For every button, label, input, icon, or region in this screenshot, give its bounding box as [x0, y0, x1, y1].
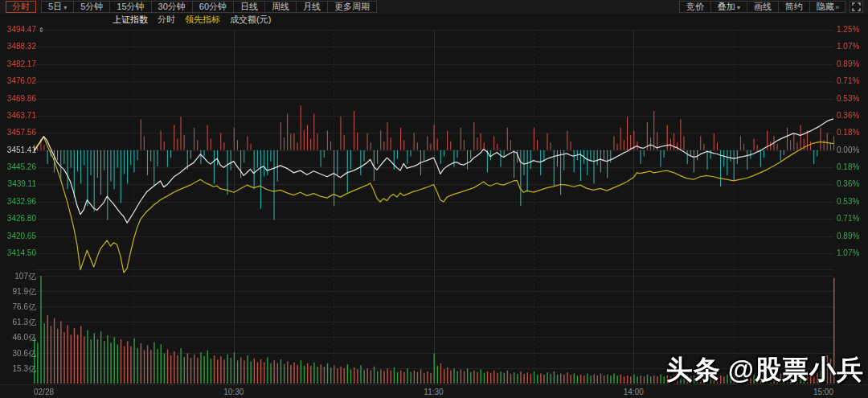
percent-axis-label: 0.71% — [837, 215, 867, 223]
time-label: 10:30 — [223, 388, 244, 396]
stock-chart-app: 分时 5日▾5分钟15分钟30分钟60分钟日线周线月线更多周期 竞价叠加▾画线简… — [0, 0, 868, 398]
percent-axis-label: 0.36% — [837, 180, 867, 188]
time-label: 15:00 — [813, 388, 833, 396]
percent-axis-label: 0.53% — [837, 95, 867, 103]
percent-axis-label: 0.71% — [837, 77, 867, 85]
price-axis-label: 3439.11 — [2, 180, 36, 188]
period-monthly-button[interactable]: 月线 — [296, 2, 327, 12]
percent-axis-label: 0.00% — [837, 146, 867, 154]
volume-axis-label: 91.9亿 — [2, 288, 36, 296]
tools-toolbar: 竞价叠加▾画线简约隐藏» — [679, 0, 868, 14]
active-period-button[interactable]: 分时 — [6, 1, 36, 13]
time-label: 02/28 — [34, 388, 54, 396]
time-label: 11:30 — [424, 388, 443, 396]
fullscreen-icon[interactable] — [850, 1, 863, 13]
hide-button[interactable]: 隐藏» — [809, 2, 845, 12]
simple-button[interactable]: 简约 — [778, 2, 809, 12]
percent-axis-label: 0.89% — [837, 232, 867, 240]
percent-axis-label: 0.18% — [837, 163, 867, 171]
period-60min-button[interactable]: 60分钟 — [192, 2, 233, 12]
price-axis-label: 3445.26 — [2, 163, 36, 171]
period-5min-button[interactable]: 5分钟 — [73, 2, 109, 12]
volume-axis-label: 30.6亿 — [2, 350, 36, 358]
toolbar: 分时 5日▾5分钟15分钟30分钟60分钟日线周线月线更多周期 竞价叠加▾画线简… — [0, 0, 868, 14]
price-axis-label: 3476.02 — [2, 77, 36, 85]
percent-axis-label: 1.07% — [837, 43, 867, 51]
volume-axis-label: 15.3亿 — [2, 365, 36, 373]
chevron-down-icon: ▾ — [737, 4, 740, 11]
percent-axis-label: 0.18% — [837, 129, 867, 137]
period-30min-button[interactable]: 30分钟 — [151, 2, 192, 12]
price-axis-label: 3451.41 — [2, 146, 36, 154]
chevron-down-icon: ▾ — [63, 4, 67, 11]
legend-mode: 分时 — [158, 14, 175, 26]
chart-legend: 上证指数 分时 领先指标 成交额(元) — [0, 14, 271, 26]
drawline-button[interactable]: 画线 — [747, 2, 778, 12]
period-5day-button[interactable]: 5日▾ — [42, 2, 73, 12]
price-axis-label: 3420.65 — [2, 232, 36, 240]
watermark-handle: @股票小兵 — [728, 352, 864, 388]
volume-axis-label: 61.3亿 — [2, 318, 36, 326]
volume-axis-label: 46.0亿 — [2, 334, 36, 342]
percent-axis-label: 0.89% — [837, 60, 867, 68]
time-label: 14:00 — [624, 388, 644, 396]
chart-canvas[interactable] — [0, 26, 868, 384]
period-daily-button[interactable]: 日线 — [233, 2, 264, 12]
price-axis-label: 3494.47 — [2, 26, 36, 34]
watermark: 头条 @股票小兵 — [666, 352, 864, 388]
watermark-brand: 头条 — [666, 352, 721, 388]
legend-indicator[interactable]: 领先指标 — [185, 14, 220, 26]
price-flag-icon: ⇕ — [39, 27, 44, 34]
price-axis-label: 3488.32 — [2, 43, 36, 51]
period-button-group: 5日▾5分钟15分钟30分钟60分钟日线周线月线更多周期 — [41, 1, 377, 13]
volume-axis-label: 107亿 — [2, 273, 36, 281]
price-axis-label: 3432.96 — [2, 198, 36, 206]
period-weekly-button[interactable]: 周线 — [264, 2, 296, 12]
volume-axis-label: 76.6亿 — [2, 303, 36, 311]
price-axis-label: 3426.80 — [2, 215, 36, 223]
legend-index-name: 上证指数 — [113, 14, 148, 26]
tools-button-group: 竞价叠加▾画线简约隐藏» — [679, 1, 845, 13]
percent-axis-label: 1.07% — [837, 249, 867, 257]
period-more-button[interactable]: 更多周期 — [327, 2, 376, 12]
period-toolbar: 分时 5日▾5分钟15分钟30分钟60分钟日线周线月线更多周期 — [0, 0, 377, 14]
overlay-button[interactable]: 叠加▾ — [710, 2, 747, 12]
period-15min-button[interactable]: 15分钟 — [109, 2, 150, 12]
price-axis-label: 3463.71 — [2, 112, 36, 120]
auction-button[interactable]: 竞价 — [680, 2, 710, 12]
percent-axis-label: 0.53% — [837, 198, 867, 206]
percent-axis-label: 0.36% — [837, 112, 867, 120]
percent-axis-label: 1.25% — [837, 26, 867, 34]
double-arrow-icon: » — [835, 3, 838, 11]
price-axis-label: 3457.56 — [2, 129, 36, 137]
price-axis-label: 3469.86 — [2, 95, 36, 103]
price-axis-label: 3414.50 — [2, 249, 36, 257]
price-axis-label: 3482.17 — [2, 60, 36, 68]
legend-volume-label[interactable]: 成交额(元) — [230, 14, 271, 26]
